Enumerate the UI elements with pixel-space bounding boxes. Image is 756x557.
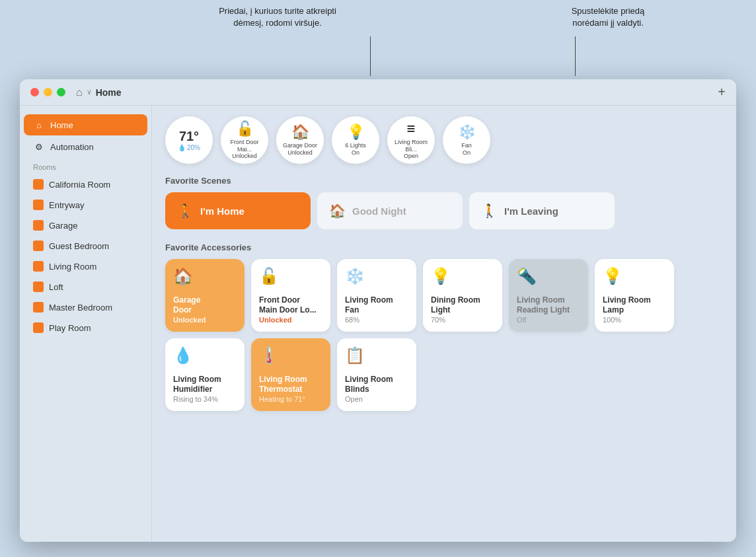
fan-icon: ❄️ (458, 124, 476, 141)
main-panel: 71° 💧 20% 🔓 Front Door Mai...Unlocked 🏠 … (152, 106, 736, 542)
front-door-acc-name: Front DoorMain Door Lo... (259, 295, 322, 316)
living-room-fan-name: Living RoomFan (345, 295, 408, 316)
humidifier-name: Living RoomHumidifier (173, 375, 237, 395)
sidebar-item-master-bedroom[interactable]: Master Bedroom (24, 297, 147, 317)
loft-icon (33, 281, 44, 292)
thermostat-status: Heating to 71° (259, 395, 322, 403)
acc-dining-room-light[interactable]: 💡 Dining RoomLight 70% (423, 259, 502, 332)
acc-garage-door[interactable]: 🏠 GarageDoor Unlocked (165, 259, 245, 332)
garage-door-icon: 🏠 (173, 267, 237, 285)
garage-door-status: Unlocked (173, 316, 237, 324)
loft-label: Loft (49, 282, 63, 292)
temperature-circle[interactable]: 71° 💧 20% (165, 116, 213, 164)
im-home-label: I'm Home (200, 205, 245, 217)
status-acc-fan[interactable]: ❄️ FanOn (443, 116, 490, 164)
sidebar-item-guest-bedroom[interactable]: Guest Bedroom (24, 236, 147, 256)
status-bar: 71° 💧 20% 🔓 Front Door Mai...Unlocked 🏠 … (165, 116, 723, 164)
sidebar: ⌂ Home ⚙ Automation Rooms California Roo… (20, 106, 152, 542)
garage-icon (33, 220, 44, 231)
accessories-grid: 🏠 GarageDoor Unlocked 🔓 Front DoorMain D… (165, 259, 723, 411)
acc-front-door[interactable]: 🔓 Front DoorMain Door Lo... Unlocked (251, 259, 330, 332)
sidebar-item-home[interactable]: ⌂ Home (24, 114, 147, 135)
home-sidebar-icon: ⌂ (33, 119, 45, 131)
status-acc-front-door[interactable]: 🔓 Front Door Mai...Unlocked (221, 116, 268, 164)
sidebar-automation-label: Automation (50, 142, 94, 152)
humidity-icon: 💧 (178, 144, 186, 151)
favorite-scenes-title: Favorite Scenes (165, 176, 723, 186)
sidebar-item-living-room[interactable]: Living Room (24, 256, 147, 276)
sidebar-item-play-room[interactable]: Play Room (24, 318, 147, 338)
status-acc-garage-door[interactable]: 🏠 Garage DoorUnlocked (276, 116, 324, 164)
minimize-button[interactable] (44, 88, 52, 96)
acc-living-room-fan[interactable]: ❄️ Living RoomFan 68% (337, 259, 416, 332)
titlebar-title: Home (96, 87, 122, 98)
close-button[interactable] (30, 88, 39, 96)
sidebar-item-loft[interactable]: Loft (24, 277, 147, 297)
callout-left-text: Priedai, į kuriuos turite atkreiptidėmes… (205, 5, 350, 29)
breadcrumb-chevron: ∨ (87, 88, 92, 96)
temperature-value: 71° (179, 129, 199, 144)
front-door-icon: 🔓 (236, 120, 254, 137)
play-room-icon (33, 322, 44, 333)
living-room-fan-status: 68% (345, 316, 408, 324)
guest-bedroom-label: Guest Bedroom (49, 241, 109, 251)
sidebar-item-entryway[interactable]: Entryway (24, 195, 147, 215)
status-acc-blinds[interactable]: ≡ Living Room Bli...Open (387, 116, 435, 164)
titlebar: ⌂ ∨ Home + (20, 79, 736, 106)
living-room-lamp-name: Living RoomLamp (603, 295, 666, 316)
blinds-acc-status: Open (345, 395, 408, 403)
lights-icon: 💡 (347, 124, 365, 141)
scene-good-night[interactable]: 🏠 Good Night (317, 192, 463, 229)
acc-reading-light[interactable]: 🔦 Living RoomReading Light Off (509, 259, 588, 332)
living-room-label: Living Room (49, 262, 96, 272)
im-home-icon: 🚶 (177, 203, 194, 219)
add-button[interactable]: + (718, 85, 726, 100)
reading-light-status: Off (517, 316, 580, 324)
humidifier-status: Rising to 34% (173, 395, 237, 403)
garage-label: Garage (49, 221, 77, 231)
scenes-grid: 🚶 I'm Home 🏠 Good Night 🚶 I'm Leaving (165, 192, 723, 229)
acc-living-room-lamp[interactable]: 💡 Living RoomLamp 100% (595, 259, 674, 332)
acc-humidifier[interactable]: 💧 Living RoomHumidifier Rising to 34% (165, 338, 245, 411)
front-door-acc-icon: 🔓 (259, 267, 322, 285)
blinds-icon: ≡ (407, 120, 416, 137)
im-leaving-label: I'm Leaving (504, 205, 558, 217)
sidebar-item-garage[interactable]: Garage (24, 215, 147, 235)
fan-label: FanOn (459, 142, 474, 157)
lights-label: 6 LightsOn (342, 142, 369, 157)
humidity-value: 20% (187, 144, 200, 151)
sidebar-item-automation[interactable]: ⚙ Automation (24, 136, 147, 157)
living-room-lamp-icon: 💡 (603, 267, 666, 285)
traffic-lights (30, 88, 65, 96)
blinds-acc-icon: 📋 (345, 346, 408, 365)
acc-blinds[interactable]: 📋 Living RoomBlinds Open (337, 338, 416, 411)
sidebar-item-california-room[interactable]: California Room (24, 174, 147, 194)
status-acc-lights[interactable]: 💡 6 LightsOn (332, 116, 379, 164)
garage-door-name: GarageDoor (173, 295, 237, 316)
scene-im-leaving[interactable]: 🚶 I'm Leaving (469, 192, 615, 229)
acc-thermostat[interactable]: 🌡️ Living RoomThermostat Heating to 71° (251, 338, 330, 411)
good-night-label: Good Night (352, 205, 406, 217)
callout-line-right (575, 36, 576, 76)
california-room-label: California Room (49, 180, 110, 190)
callout-right-text: Spustelėkite priedąnorėdami jį valdyti. (542, 5, 674, 29)
callout-line-left (370, 36, 371, 76)
living-room-icon (33, 261, 44, 272)
thermostat-icon: 🌡️ (259, 346, 322, 365)
entryway-label: Entryway (49, 200, 84, 210)
dining-room-light-name: Dining RoomLight (431, 295, 494, 316)
blinds-label: Living Room Bli...Open (387, 139, 435, 160)
main-window: ⌂ ∨ Home + ⌂ Home ⚙ Automation Rooms Cal… (20, 79, 736, 542)
scene-im-home[interactable]: 🚶 I'm Home (165, 192, 311, 229)
callouts: Priedai, į kuriuos turite atkreiptidėmes… (0, 0, 756, 86)
reading-light-name: Living RoomReading Light (517, 295, 580, 316)
rooms-section-label: Rooms (20, 158, 151, 174)
dining-room-light-status: 70% (431, 316, 494, 324)
play-room-label: Play Room (49, 323, 91, 333)
home-icon: ⌂ (76, 87, 83, 98)
front-door-label: Front Door Mai...Unlocked (221, 139, 268, 160)
fullscreen-button[interactable] (57, 88, 65, 96)
master-bedroom-icon (33, 302, 44, 313)
garage-door-label: Garage DoorUnlocked (280, 142, 320, 157)
content-area: ⌂ Home ⚙ Automation Rooms California Roo… (20, 106, 736, 542)
